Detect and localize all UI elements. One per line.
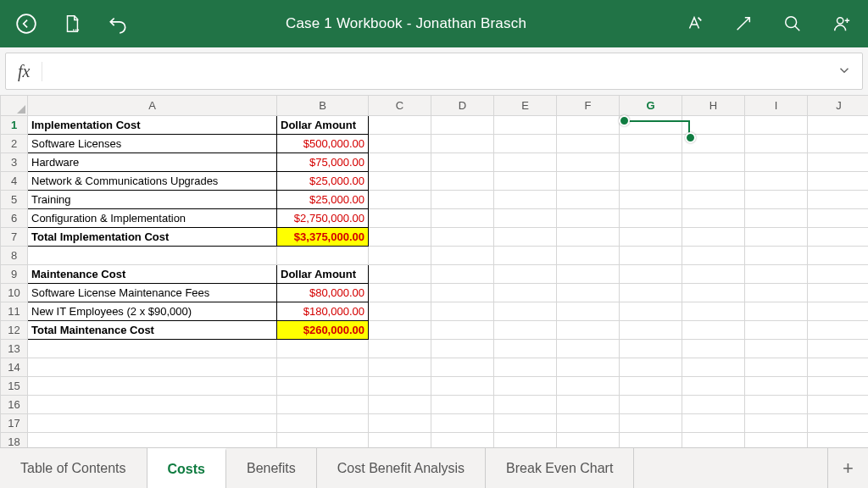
file-icon[interactable] — [59, 11, 85, 36]
cell[interactable] — [557, 135, 620, 153]
cell[interactable]: Training — [28, 191, 277, 209]
cell[interactable] — [808, 321, 869, 340]
cell[interactable] — [620, 302, 682, 321]
cell[interactable] — [557, 265, 620, 284]
cell[interactable] — [620, 414, 682, 433]
cell[interactable] — [745, 228, 808, 247]
cell[interactable]: Hardware — [28, 153, 277, 172]
cell[interactable] — [620, 396, 682, 414]
search-icon[interactable] — [780, 11, 805, 36]
cell[interactable] — [557, 377, 620, 396]
cell[interactable] — [620, 433, 682, 448]
cell[interactable] — [431, 340, 494, 358]
cell[interactable] — [431, 284, 494, 302]
cell[interactable] — [369, 191, 431, 209]
col-header[interactable]: I — [745, 96, 808, 116]
cell[interactable] — [682, 340, 745, 358]
cell[interactable] — [28, 414, 277, 433]
cell[interactable] — [745, 284, 808, 302]
cell[interactable] — [620, 191, 682, 209]
spreadsheet-grid[interactable]: A B C D E F G H I J 1 Implementation Cos… — [0, 95, 868, 447]
cell[interactable] — [808, 396, 869, 414]
cell[interactable] — [745, 358, 808, 377]
cell[interactable] — [620, 228, 682, 247]
cell[interactable] — [557, 284, 620, 302]
cell[interactable] — [494, 116, 557, 135]
cell[interactable] — [431, 209, 494, 228]
cell[interactable] — [431, 433, 494, 448]
cell[interactable] — [494, 340, 557, 358]
cell[interactable]: New IT Employees (2 x $90,000) — [28, 302, 277, 321]
cell[interactable] — [28, 340, 277, 358]
row-header[interactable]: 3 — [1, 153, 28, 172]
cell[interactable] — [277, 377, 369, 396]
cell[interactable] — [431, 228, 494, 247]
cell[interactable] — [494, 377, 557, 396]
cell[interactable] — [28, 396, 277, 414]
cell[interactable] — [369, 396, 431, 414]
col-header[interactable]: H — [682, 96, 745, 116]
formula-expand-icon[interactable] — [826, 63, 862, 80]
cell[interactable] — [494, 302, 557, 321]
cell[interactable] — [369, 433, 431, 448]
row-header[interactable]: 8 — [1, 247, 28, 265]
add-sheet-button[interactable]: + — [827, 448, 868, 488]
cell[interactable]: Total Maintenance Cost — [28, 321, 277, 340]
sheet-tab-costs[interactable]: Costs — [147, 448, 226, 488]
sheet-tab-benefits[interactable]: Benefits — [226, 448, 317, 488]
cell[interactable]: $2,750,000.00 — [277, 209, 369, 228]
cell[interactable] — [431, 377, 494, 396]
cell[interactable] — [557, 116, 620, 135]
cell[interactable]: Dollar Amount — [277, 116, 369, 135]
cell[interactable] — [808, 247, 869, 265]
cell[interactable]: Maintenance Cost — [28, 265, 277, 284]
sheet-tab-breakeven[interactable]: Break Even Chart — [486, 448, 634, 488]
col-header[interactable]: D — [431, 96, 494, 116]
cell[interactable] — [277, 396, 369, 414]
cell[interactable]: Software License Maintenance Fees — [28, 284, 277, 302]
col-header[interactable]: F — [557, 96, 620, 116]
cell[interactable] — [745, 340, 808, 358]
row-header[interactable]: 6 — [1, 209, 28, 228]
cell[interactable]: $3,375,000.00 — [277, 228, 369, 247]
row-header[interactable]: 2 — [1, 135, 28, 153]
cell[interactable] — [369, 228, 431, 247]
share-person-icon[interactable] — [829, 11, 854, 36]
cell[interactable] — [808, 265, 869, 284]
cell[interactable] — [682, 209, 745, 228]
cell[interactable] — [745, 414, 808, 433]
row-header[interactable]: 10 — [1, 284, 28, 302]
row-header[interactable]: 16 — [1, 396, 28, 414]
row-header[interactable]: 15 — [1, 377, 28, 396]
undo-icon[interactable] — [105, 11, 131, 36]
cell[interactable] — [682, 116, 745, 135]
cell[interactable]: $500,000.00 — [277, 135, 369, 153]
cell[interactable] — [557, 191, 620, 209]
cell[interactable] — [494, 191, 557, 209]
col-header[interactable]: J — [808, 96, 869, 116]
cell[interactable] — [745, 172, 808, 191]
cell[interactable] — [620, 358, 682, 377]
cell[interactable] — [808, 433, 869, 448]
back-icon[interactable] — [14, 11, 39, 36]
cell[interactable] — [808, 414, 869, 433]
cell[interactable] — [369, 135, 431, 153]
font-style-icon[interactable] — [682, 11, 707, 36]
cell[interactable] — [808, 228, 869, 247]
cell[interactable] — [808, 191, 869, 209]
cell[interactable] — [494, 209, 557, 228]
cell[interactable] — [277, 414, 369, 433]
cell[interactable] — [682, 396, 745, 414]
cell[interactable] — [620, 116, 682, 135]
cell[interactable] — [369, 414, 431, 433]
cell[interactable] — [745, 396, 808, 414]
cell[interactable] — [745, 153, 808, 172]
cell[interactable] — [557, 172, 620, 191]
cell[interactable] — [431, 153, 494, 172]
cell[interactable] — [557, 209, 620, 228]
col-header[interactable]: E — [494, 96, 557, 116]
cell[interactable] — [28, 433, 277, 448]
cell[interactable] — [369, 302, 431, 321]
cell[interactable] — [745, 209, 808, 228]
cell[interactable] — [745, 265, 808, 284]
